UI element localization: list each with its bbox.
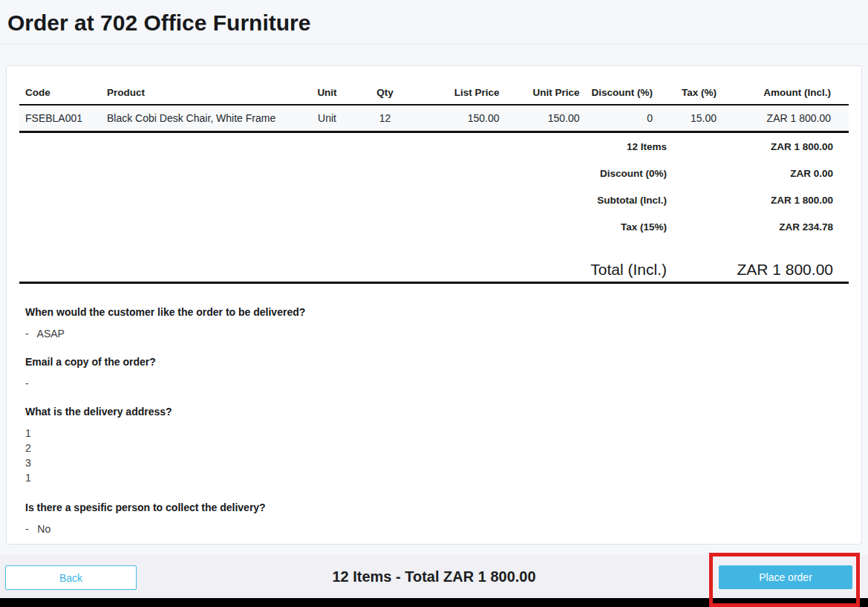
summary-label: Subtotal (Incl.): [597, 195, 667, 206]
back-button[interactable]: Back: [5, 565, 137, 590]
question-delivery-address: What is the delivery address?: [25, 406, 843, 418]
total-label: Total (Incl.): [590, 261, 667, 279]
order-items-table: Code Product Unit Qty List Price Unit Pr…: [19, 81, 849, 133]
answer-address-line: 1: [25, 426, 843, 441]
cell-product: Black Cobi Desk Chair, White Frame: [101, 105, 297, 132]
cell-discount: 0: [586, 105, 659, 132]
summary-row-subtotal: Subtotal (Incl.) ZAR 1 800.00: [19, 186, 849, 213]
total-value: ZAR 1 800.00: [667, 261, 833, 279]
column-header-unit: Unit: [297, 81, 358, 105]
summary-label: Tax (15%): [621, 221, 667, 233]
answer-address-line: 1: [25, 470, 843, 485]
summary-value: ZAR 0.00: [667, 168, 833, 179]
answer-collect-person: - No: [25, 523, 843, 535]
cell-list-price: 150.00: [413, 105, 506, 132]
total-row: Total (Incl.) ZAR 1 800.00: [19, 259, 849, 280]
order-summary-card: Code Product Unit Qty List Price Unit Pr…: [6, 65, 862, 545]
column-header-unit-price: Unit Price: [506, 81, 586, 105]
page-header: Order at 702 Office Furniture: [0, 0, 868, 45]
summary-row-discount: Discount (0%) ZAR 0.00: [19, 160, 849, 186]
column-header-list-price: List Price: [413, 81, 506, 105]
answer-email-copy: -: [25, 377, 843, 389]
column-header-tax: Tax (%): [659, 81, 722, 105]
column-header-code: Code: [19, 81, 101, 105]
page-title: Order at 702 Office Furniture: [7, 10, 861, 36]
column-header-amount: Amount (Incl.): [722, 81, 849, 105]
summary-row-tax: Tax (15%) ZAR 234.78: [19, 213, 849, 240]
table-header-row: Code Product Unit Qty List Price Unit Pr…: [19, 81, 849, 105]
column-header-product: Product: [101, 81, 297, 105]
cell-unit: Unit: [297, 105, 358, 132]
column-header-qty: Qty: [358, 81, 413, 105]
question-collect-person: Is there a spesific person to collect th…: [25, 501, 843, 513]
summary-value: ZAR 234.78: [667, 221, 833, 233]
answer-address-line: 3: [25, 455, 843, 470]
cell-tax: 15.00: [659, 105, 722, 132]
cell-code: FSEBLA001: [19, 105, 101, 132]
table-row: FSEBLA001 Black Cobi Desk Chair, White F…: [19, 105, 849, 132]
footer-action-bar: 12 Items - Total ZAR 1 800.00 Back Place…: [0, 555, 868, 598]
question-delivery-time: When would the customer like the order t…: [25, 306, 843, 318]
bottom-black-strip: [0, 598, 868, 607]
answer-address-line: 2: [25, 441, 843, 455]
order-questions-section: When would the customer like the order t…: [19, 306, 849, 535]
cell-amount: ZAR 1 800.00: [722, 105, 849, 132]
answer-delivery-time: - ASAP: [25, 328, 843, 340]
cell-qty: 12: [358, 105, 413, 132]
order-totals-summary: 12 Items ZAR 1 800.00 Discount (0%) ZAR …: [19, 133, 849, 284]
total-divider: [19, 282, 849, 284]
question-email-copy: Email a copy of the order?: [25, 356, 843, 368]
column-header-discount: Discount (%): [586, 81, 659, 105]
summary-value: ZAR 1 800.00: [667, 195, 833, 206]
summary-value: ZAR 1 800.00: [667, 141, 833, 152]
cell-unit-price: 150.00: [506, 105, 586, 132]
summary-label: 12 Items: [627, 141, 667, 152]
summary-row-items: 12 Items ZAR 1 800.00: [19, 133, 849, 160]
place-order-button[interactable]: Place order: [719, 565, 852, 589]
summary-label: Discount (0%): [600, 168, 667, 179]
